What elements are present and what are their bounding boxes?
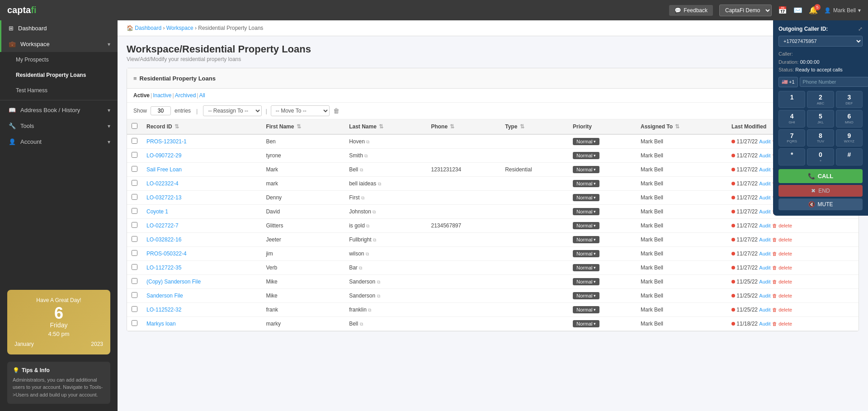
copy-icon[interactable]: ⧉	[360, 321, 363, 326]
audit-link[interactable]: Audit	[759, 223, 770, 228]
record-id-link[interactable]: Coyote 1	[146, 208, 168, 215]
filter-active[interactable]: Active	[133, 92, 150, 99]
th-type[interactable]: Type ⇅	[500, 119, 568, 134]
copy-icon[interactable]: ⧉	[361, 195, 364, 200]
audit-link[interactable]: Audit	[759, 181, 770, 186]
record-id-link[interactable]: LO-090722-29	[146, 152, 181, 159]
delete-link[interactable]: delete	[778, 293, 792, 298]
record-id-link[interactable]: PROS-123021-1	[146, 138, 187, 145]
th-first-name[interactable]: First Name ⇅	[261, 119, 344, 134]
copy-icon[interactable]: ⧉	[368, 307, 371, 312]
row-checkbox-13[interactable]	[132, 320, 137, 326]
phone-number-input[interactable]	[800, 77, 868, 87]
user-menu[interactable]: 👤 Mark Bell ▾	[824, 7, 861, 14]
row-checkbox-5[interactable]	[132, 208, 137, 214]
delete-link[interactable]: delete	[778, 223, 792, 228]
sidebar-item-my-prospects[interactable]: My Prospects	[0, 52, 118, 67]
priority-badge[interactable]: Normal ▾	[573, 180, 599, 187]
move-to-select[interactable]: -- Move To --	[271, 105, 330, 116]
row-checkbox-11[interactable]	[132, 292, 137, 298]
sidebar-item-tools[interactable]: 🔧 Tools ▾	[0, 118, 118, 134]
copy-icon[interactable]: ⧉	[360, 167, 363, 172]
audit-link[interactable]: Audit	[759, 153, 770, 158]
priority-badge[interactable]: Normal ▾	[573, 320, 599, 327]
record-id-link[interactable]: LO-022722-7	[146, 222, 179, 229]
show-entries-input[interactable]	[151, 106, 171, 115]
delete-link[interactable]: delete	[778, 251, 792, 256]
key-0-button[interactable]: 0+	[807, 148, 834, 165]
audit-link[interactable]: Audit	[759, 167, 770, 172]
key-1-button[interactable]: 1	[778, 91, 805, 108]
th-last-name[interactable]: Last Name ⇅	[344, 119, 426, 134]
tools-collapse-btn[interactable]: ▾	[108, 123, 110, 129]
record-id-link[interactable]: LO-032722-13	[146, 194, 181, 201]
address-book-collapse-btn[interactable]: ▾	[108, 107, 110, 113]
audit-link[interactable]: Audit	[759, 293, 770, 298]
copy-icon[interactable]: ⧉	[359, 265, 362, 270]
key-5-button[interactable]: 5JKL	[807, 110, 834, 127]
priority-badge[interactable]: Normal ▾	[573, 138, 599, 145]
priority-badge[interactable]: Normal ▾	[573, 152, 599, 159]
copy-icon[interactable]: ⧉	[373, 237, 376, 242]
filter-all[interactable]: All	[199, 92, 205, 99]
priority-badge[interactable]: Normal ▾	[573, 166, 599, 173]
priority-badge[interactable]: Normal ▾	[573, 264, 599, 271]
sidebar-item-address-book[interactable]: 📖 Address Book / History ▾	[0, 102, 118, 118]
flag-button[interactable]: 🇺🇸 +1	[778, 77, 798, 87]
record-id-link[interactable]: Sanderson File	[146, 293, 183, 299]
key-6-button[interactable]: 6MNO	[836, 110, 863, 127]
key-9-button[interactable]: 9WXYZ	[836, 129, 863, 146]
row-checkbox-10[interactable]	[132, 278, 137, 284]
call-button[interactable]: 📞 CALL	[778, 169, 863, 183]
row-checkbox-4[interactable]	[132, 194, 137, 200]
workspace-collapse-btn[interactable]: ▾	[108, 41, 110, 47]
row-checkbox-8[interactable]	[132, 250, 137, 256]
record-id-link[interactable]: Markys loan	[146, 321, 176, 327]
copy-icon[interactable]: ⧉	[366, 139, 369, 144]
org-selector[interactable]: CaptaFi Demo	[719, 5, 772, 16]
copy-icon[interactable]: ⧉	[377, 293, 380, 298]
audit-link[interactable]: Audit	[759, 237, 770, 242]
copy-icon[interactable]: ⧉	[364, 153, 368, 158]
key-#-button[interactable]: #	[836, 148, 863, 165]
record-id-link[interactable]: LO-112722-35	[146, 265, 181, 271]
row-checkbox-1[interactable]	[132, 152, 137, 158]
audit-link[interactable]: Audit	[759, 209, 770, 214]
key-4-button[interactable]: 4GHI	[778, 110, 805, 127]
row-checkbox-6[interactable]	[132, 222, 137, 228]
row-checkbox-0[interactable]	[132, 138, 137, 144]
key-*-button[interactable]: *	[778, 148, 805, 165]
delete-link[interactable]: delete	[778, 321, 792, 326]
audit-link[interactable]: Audit	[759, 307, 770, 312]
audit-link[interactable]: Audit	[759, 265, 770, 270]
audit-link[interactable]: Audit	[759, 139, 770, 144]
dialer-expand-button[interactable]: ⤢	[858, 26, 863, 32]
row-checkbox-12[interactable]	[132, 306, 137, 312]
record-id-link[interactable]: Sail Free Loan	[146, 166, 182, 173]
priority-badge[interactable]: Normal ▾	[573, 250, 599, 257]
filter-inactive[interactable]: Inactive	[153, 92, 171, 99]
delete-link[interactable]: delete	[778, 265, 792, 270]
audit-link[interactable]: Audit	[759, 251, 770, 256]
priority-badge[interactable]: Normal ▾	[573, 208, 599, 215]
audit-link[interactable]: Audit	[759, 321, 770, 326]
calendar-nav-button[interactable]: 📅	[778, 6, 787, 14]
filter-archived[interactable]: Archived	[175, 92, 196, 99]
sidebar-item-dashboard[interactable]: ⊞ Dashboard	[0, 20, 118, 36]
row-checkbox-3[interactable]	[132, 180, 137, 186]
row-checkbox-7[interactable]	[132, 236, 137, 242]
delete-link[interactable]: delete	[778, 279, 792, 284]
feedback-button[interactable]: 💬 Feedback	[669, 5, 713, 16]
mute-button[interactable]: 🔇 MUTE	[778, 198, 863, 210]
priority-badge[interactable]: Normal ▾	[573, 236, 599, 243]
copy-icon[interactable]: ⧉	[366, 251, 369, 256]
record-id-link[interactable]: LO-032822-16	[146, 236, 181, 243]
breadcrumb-workspace[interactable]: Workspace	[166, 25, 193, 31]
copy-icon[interactable]: ⧉	[366, 223, 369, 228]
audit-link[interactable]: Audit	[759, 279, 770, 284]
copy-icon[interactable]: ⧉	[377, 279, 380, 284]
delete-link[interactable]: delete	[778, 307, 792, 312]
th-priority[interactable]: Priority	[568, 119, 636, 134]
sidebar-item-workspace[interactable]: 💼 Workspace ▾	[0, 36, 118, 52]
record-id-link[interactable]: PROS-050322-4	[146, 250, 187, 257]
